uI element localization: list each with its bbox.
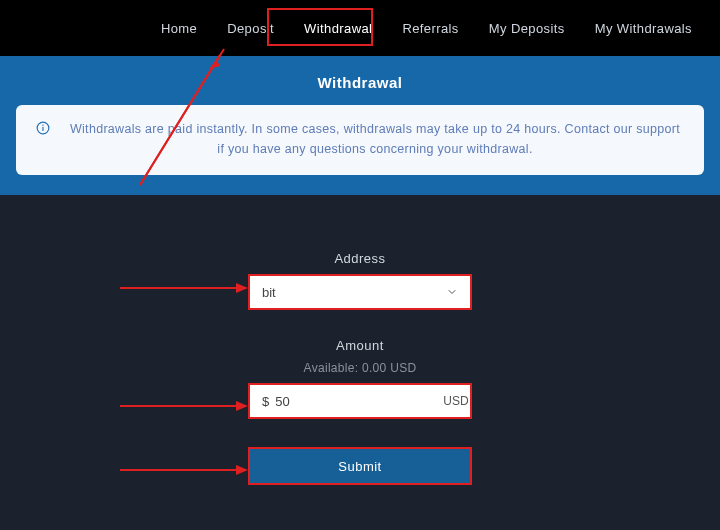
nav-deposit[interactable]: Deposit bbox=[223, 15, 278, 42]
top-nav: Home Deposit Withdrawal Referrals My Dep… bbox=[0, 0, 720, 56]
info-icon bbox=[36, 121, 50, 138]
amount-label: Amount bbox=[336, 338, 384, 353]
annotation-arrow-amount bbox=[120, 399, 250, 417]
address-label: Address bbox=[334, 251, 385, 266]
address-selected-value: bit bbox=[262, 285, 446, 300]
amount-input-wrap[interactable]: $ USD bbox=[248, 383, 472, 419]
nav-my-withdrawals[interactable]: My Withdrawals bbox=[591, 15, 696, 42]
submit-button[interactable]: Submit bbox=[250, 449, 470, 483]
amount-field-group: Amount Available: 0.00 USD $ USD bbox=[248, 338, 472, 419]
page-banner: Withdrawal Withdrawals are paid instantl… bbox=[0, 56, 720, 195]
amount-unit: USD bbox=[443, 394, 468, 408]
nav-referrals[interactable]: Referrals bbox=[398, 15, 462, 42]
svg-marker-9 bbox=[236, 401, 248, 411]
annotation-arrow-submit bbox=[120, 463, 250, 481]
amount-input[interactable] bbox=[275, 394, 443, 409]
chevron-down-icon bbox=[446, 286, 458, 298]
svg-rect-1 bbox=[42, 127, 43, 131]
dollar-icon: $ bbox=[262, 394, 269, 409]
nav-my-deposits[interactable]: My Deposits bbox=[485, 15, 569, 42]
annotation-arrow-address bbox=[120, 281, 250, 299]
page-title: Withdrawal bbox=[16, 74, 704, 91]
nav-withdrawal[interactable]: Withdrawal bbox=[300, 15, 376, 42]
amount-available: Available: 0.00 USD bbox=[304, 361, 417, 375]
withdrawal-form: Address bit Amount Available: 0.00 USD $… bbox=[0, 195, 720, 485]
address-select[interactable]: bit bbox=[248, 274, 472, 310]
svg-rect-2 bbox=[42, 125, 43, 126]
info-text: Withdrawals are paid instantly. In some … bbox=[66, 119, 684, 159]
svg-marker-7 bbox=[236, 283, 248, 293]
svg-marker-11 bbox=[236, 465, 248, 475]
submit-wrap: Submit bbox=[248, 447, 472, 485]
nav-home[interactable]: Home bbox=[157, 15, 201, 42]
address-field-group: Address bit bbox=[248, 251, 472, 310]
info-box: Withdrawals are paid instantly. In some … bbox=[16, 105, 704, 175]
